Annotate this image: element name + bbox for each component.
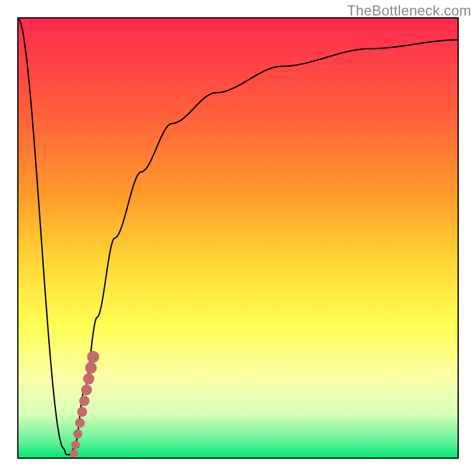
highlight-dot bbox=[75, 418, 84, 428]
highlight-dot bbox=[83, 373, 95, 384]
highlight-dot bbox=[71, 440, 80, 449]
highlight-dot bbox=[79, 396, 90, 406]
highlight-dot bbox=[73, 430, 82, 439]
highlight-dot bbox=[85, 362, 97, 374]
highlight-dot bbox=[70, 450, 78, 458]
chart-container: TheBottleneck.com bbox=[0, 0, 476, 476]
highlight-dot bbox=[87, 351, 99, 363]
chart-svg bbox=[0, 0, 476, 476]
highlight-dot bbox=[77, 407, 87, 417]
highlight-dot bbox=[81, 384, 92, 395]
watermark-text: TheBottleneck.com bbox=[347, 2, 471, 19]
